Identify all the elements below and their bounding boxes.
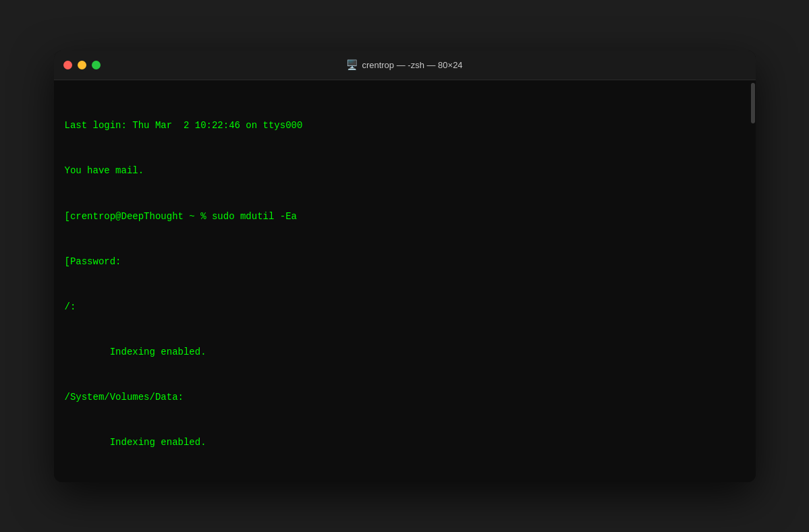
maximize-button[interactable] (92, 61, 101, 69)
titlebar: 🖥️ crentrop — -zsh — 80×24 (54, 51, 756, 80)
line-7: /System/Volumes/Data: (65, 390, 745, 405)
terminal-window: 🖥️ crentrop — -zsh — 80×24 Last login: T… (54, 51, 756, 482)
scrollbar-track[interactable] (750, 80, 756, 482)
line-3: [crentrop@DeepThought ~ % sudo mdutil -E… (65, 209, 745, 224)
terminal-body[interactable]: Last login: Thu Mar 2 10:22:46 on ttys00… (54, 80, 756, 482)
terminal-icon: 🖥️ (346, 59, 358, 70)
terminal-output: Last login: Thu Mar 2 10:22:46 on ttys00… (65, 88, 745, 482)
line-2: You have mail. (65, 163, 745, 178)
window-title: 🖥️ crentrop — -zsh — 80×24 (346, 59, 462, 70)
close-button[interactable] (63, 61, 72, 69)
line-4: [Password: (65, 254, 745, 269)
line-5: /: (65, 299, 745, 314)
traffic-lights (63, 61, 101, 69)
line-1: Last login: Thu Mar 2 10:22:46 on ttys00… (65, 118, 745, 133)
scrollbar-thumb[interactable] (751, 83, 755, 123)
minimize-button[interactable] (78, 61, 86, 69)
line-6: Indexing enabled. (65, 345, 745, 359)
line-9: /System/Volumes/Preboot: (65, 481, 745, 482)
title-text: crentrop — -zsh — 80×24 (362, 60, 462, 70)
line-8: Indexing enabled. (65, 435, 745, 450)
